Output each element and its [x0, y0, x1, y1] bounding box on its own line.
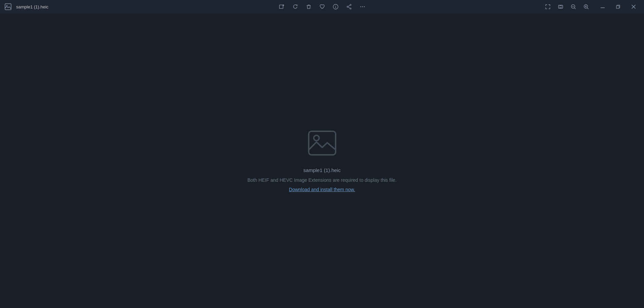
maximize-button[interactable] — [610, 1, 626, 12]
svg-line-11 — [348, 5, 350, 7]
maximize-icon — [616, 5, 620, 9]
svg-line-12 — [348, 7, 350, 8]
close-button[interactable] — [626, 1, 641, 12]
svg-rect-25 — [616, 6, 619, 8]
svg-line-23 — [587, 8, 588, 9]
svg-point-10 — [347, 6, 348, 7]
svg-point-1 — [6, 5, 7, 6]
zoom-in-button[interactable] — [580, 1, 592, 12]
svg-point-14 — [362, 6, 363, 7]
favorite-button[interactable] — [316, 1, 328, 12]
close-icon — [632, 5, 636, 9]
svg-point-9 — [350, 8, 351, 9]
svg-point-13 — [360, 6, 361, 7]
app-icon — [3, 1, 13, 12]
main-content: sample1 (1).heic Both HEIF and HEVC Imag… — [0, 13, 644, 308]
delete-button[interactable] — [303, 1, 315, 12]
svg-rect-2 — [279, 5, 283, 9]
share-icon — [346, 4, 352, 10]
image-placeholder-icon — [307, 128, 337, 158]
svg-rect-0 — [5, 4, 11, 10]
error-text-block: sample1 (1).heic Both HEIF and HEVC Imag… — [248, 166, 397, 194]
minimize-button[interactable] — [595, 1, 610, 12]
minimize-icon — [601, 5, 605, 9]
download-link[interactable]: Download and install them now. — [289, 187, 355, 192]
info-icon — [333, 4, 339, 10]
zoom-out-button[interactable] — [567, 1, 579, 12]
svg-point-7 — [335, 5, 336, 6]
svg-point-8 — [350, 4, 351, 6]
delete-icon — [306, 4, 312, 10]
svg-rect-28 — [309, 131, 336, 155]
window-controls — [595, 1, 641, 12]
title-bar: sample1 (1).heic — [0, 0, 644, 13]
more-icon — [359, 4, 366, 10]
rotate-icon — [292, 4, 298, 10]
svg-line-19 — [574, 8, 575, 9]
info-button[interactable] — [330, 1, 342, 12]
main-toolbar — [276, 1, 369, 12]
error-description: Both HEIF and HEVC Image Extensions are … — [248, 176, 397, 184]
add-to-collection-button[interactable] — [276, 1, 288, 12]
fit-button[interactable] — [555, 1, 567, 12]
fullscreen-button[interactable] — [542, 1, 554, 12]
heart-icon — [319, 4, 325, 10]
svg-rect-16 — [559, 5, 563, 8]
more-button[interactable] — [356, 1, 369, 12]
error-filename: sample1 (1).heic — [248, 166, 397, 174]
view-toolbar — [542, 1, 592, 12]
svg-point-15 — [364, 6, 365, 7]
fit-icon — [558, 4, 564, 10]
share-button[interactable] — [343, 1, 355, 12]
fullscreen-icon — [545, 4, 551, 10]
add-collection-icon — [279, 4, 285, 10]
zoom-out-icon — [570, 4, 576, 10]
rotate-button[interactable] — [289, 1, 301, 12]
zoom-in-icon — [583, 4, 589, 10]
svg-point-29 — [314, 135, 319, 141]
